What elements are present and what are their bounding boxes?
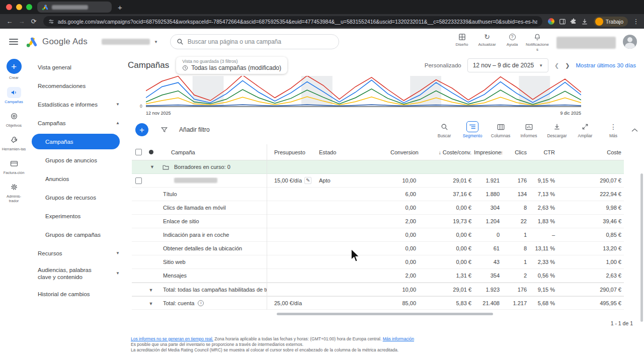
sidebar-item-campaigns[interactable]: Campañas	[32, 134, 120, 149]
search-input[interactable]	[188, 38, 333, 45]
main-menu-icon[interactable]	[9, 39, 18, 45]
filter-icon[interactable]	[160, 126, 168, 133]
previous-period-icon[interactable]: ❮	[554, 62, 559, 69]
more-info-link[interactable]: Más información	[383, 336, 414, 341]
horizontal-scrollbar[interactable]	[277, 313, 493, 315]
table-row-asset[interactable]: Obtener detalles de la ubicación 0,00 0,…	[132, 242, 624, 255]
address-bar[interactable]: ads.google.com/aw/campaigns?ocid=6875925…	[43, 16, 542, 27]
row-checkbox[interactable]	[135, 177, 142, 184]
chevron-down-icon[interactable]: ▼	[150, 164, 154, 169]
sidebar-item-assets[interactable]: Recursos▼	[28, 244, 127, 262]
forward-icon[interactable]: →	[16, 18, 27, 25]
design-tool-button[interactable]: Diseño	[450, 32, 474, 47]
sidebar-item-ad-groups[interactable]: Grupos de anuncios	[28, 151, 127, 169]
column-header-clicks[interactable]: Clics	[502, 149, 529, 155]
realtime-disclaimer-link[interactable]: Los informes no se generan en tiempo rea…	[131, 336, 213, 341]
sidebar-item-asset-groups[interactable]: Grupos de recursos	[28, 188, 127, 207]
zoom-window-button[interactable]	[26, 4, 32, 10]
column-header-conversions[interactable]: Conversiones	[390, 149, 419, 155]
column-header-ctr[interactable]: CTR	[529, 149, 557, 155]
account-selector[interactable]: ▼	[102, 39, 158, 45]
browser-menu-icon[interactable]: ⋮	[632, 18, 640, 25]
tool-download[interactable]: Descargar	[544, 121, 570, 138]
minimize-window-button[interactable]	[16, 4, 22, 10]
tool-segment[interactable]: Segmento	[459, 121, 486, 138]
rail-item-tools[interactable]: Herramien-tas	[2, 134, 26, 151]
sidebar-item-change-history[interactable]: Historial de cambios	[28, 285, 127, 303]
vertical-scrollbar[interactable]	[640, 173, 643, 322]
tool-more[interactable]: ⋮ Más	[600, 121, 626, 138]
edit-budget-icon[interactable]: ✎	[304, 177, 311, 184]
next-period-icon[interactable]: ❯	[565, 62, 570, 69]
collapse-panel-icon[interactable]	[631, 128, 638, 132]
tool-columns[interactable]: Columnas	[488, 121, 514, 138]
browser-tab[interactable]	[37, 2, 112, 13]
column-header-cost-per-conv[interactable]: Coste/conv.	[419, 149, 474, 155]
rail-item-billing[interactable]: Factura-ción	[2, 158, 26, 175]
tool-expand[interactable]: Ampliar	[572, 121, 598, 138]
table-row-asset[interactable]: Sitio web 0,00 0,00 € 43 1 2,33 % 1,00 €	[132, 255, 624, 269]
redacted-account-info	[556, 37, 616, 49]
view-status-card[interactable]: Vista no guardada (3 filtros) Todas las …	[176, 57, 287, 74]
sidebar-item-audiences[interactable]: Audiencias, palabras clave y contenido▼	[28, 262, 127, 285]
back-icon[interactable]: ←	[4, 18, 15, 25]
column-header-cost[interactable]: Coste	[557, 149, 624, 155]
table-row-asset[interactable]: Clics de llamada en móvil 0,00 0,00 € 30…	[132, 201, 624, 215]
sidebar-item-experiments[interactable]: Experimentos	[28, 207, 127, 225]
chevron-down-icon[interactable]: ▼	[149, 288, 153, 293]
refresh-tool-button[interactable]: ↻ Actualizar	[475, 32, 499, 47]
notifications-tool-button[interactable]: Notificaciones	[525, 32, 549, 52]
new-tab-button[interactable]: +	[118, 4, 122, 11]
table-row-total-campaigns[interactable]: ▼ Total: todas las campañas habilitadas …	[132, 283, 624, 296]
site-info-icon[interactable]	[48, 19, 54, 25]
user-avatar[interactable]	[623, 35, 637, 49]
table-row-asset[interactable]: Indicación para ir en coche 0,00 0,00 € …	[132, 228, 624, 242]
table-row-campaign[interactable]: 15,00 €/día✎ Apto 10,00 29,01 € 1.921 17…	[132, 174, 624, 188]
sidebar-item-campaigns-group[interactable]: Campañas▲	[28, 114, 127, 132]
global-search[interactable]	[170, 34, 339, 49]
info-icon[interactable]: i	[198, 300, 204, 306]
rail-item-admin[interactable]: Adminis-trador	[2, 182, 26, 203]
create-button[interactable]: + Crear	[2, 59, 26, 80]
date-mode-label: Personalizado	[425, 62, 461, 68]
reload-icon[interactable]: ⟳	[28, 18, 39, 25]
add-campaign-button[interactable]: +	[135, 123, 148, 136]
sidebar-item-overview[interactable]: Vista general	[28, 58, 127, 76]
redacted-account-name	[102, 39, 150, 45]
downloads-icon[interactable]	[580, 17, 590, 27]
google-ads-logo[interactable]: Google Ads	[25, 36, 88, 48]
table-row-total-account[interactable]: ▼ Total: cuentai 25,00 €/día 85,00 5,83 …	[132, 296, 624, 310]
add-filter-button[interactable]: Añadir filtro	[179, 126, 210, 133]
chevron-down-icon: ▼	[154, 40, 158, 44]
table-row-asset[interactable]: Mensajes 2,00 1,31 € 354 2 0,56 % 2,63 €	[132, 269, 624, 283]
sidebar-item-campaign-groups[interactable]: Grupos de campañas	[28, 225, 127, 244]
column-header-impressions[interactable]: Impresiones	[474, 149, 502, 155]
show-last-30-days-link[interactable]: Mostrar últimos 30 días	[576, 62, 636, 68]
rail-item-campaigns[interactable]: Campañas	[2, 87, 26, 104]
lens-icon[interactable]	[546, 17, 556, 27]
view-status-title: Todas las campañas (modificado)	[191, 64, 281, 71]
extensions-puzzle-icon[interactable]	[569, 17, 579, 27]
side-panel-icon[interactable]	[557, 17, 568, 27]
select-all-checkbox[interactable]	[135, 149, 142, 155]
table-row-asset[interactable]: Título 6,00 37,16 € 1.880 134 7,13 % 222…	[132, 188, 624, 201]
sidebar-item-ads[interactable]: Anuncios	[28, 169, 127, 188]
tool-search[interactable]: Buscar	[431, 121, 457, 138]
column-header-budget[interactable]: Presupuesto	[267, 149, 315, 155]
pagination-label: 1 - 1 de 1	[127, 317, 644, 329]
help-tool-button[interactable]: ? Ayuda	[500, 32, 524, 47]
column-header-status[interactable]: Estado	[315, 149, 390, 155]
date-range-selector[interactable]: 12 nov – 9 dic de 2025 ▼	[467, 58, 548, 72]
sidebar-item-insights[interactable]: Estadísticas e informes▼	[28, 95, 127, 114]
window-controls[interactable]	[0, 4, 37, 10]
drafts-row[interactable]: ▼ Borradores en curso: 0	[132, 160, 624, 174]
download-icon	[551, 121, 563, 132]
rail-item-goals[interactable]: Objetivos	[2, 111, 26, 128]
chevron-down-icon[interactable]: ▼	[149, 301, 153, 306]
table-row-asset[interactable]: Enlace de sitio 2,00 19,73 € 1.204 22 1,…	[132, 215, 624, 228]
column-header-campaign[interactable]: Campaña	[157, 149, 267, 155]
tool-reports[interactable]: Informes	[516, 121, 542, 138]
close-window-button[interactable]	[6, 4, 12, 10]
sidebar-item-recommendations[interactable]: Recomendaciones	[28, 76, 127, 95]
browser-profile-chip[interactable]: Trabajo	[594, 17, 628, 27]
